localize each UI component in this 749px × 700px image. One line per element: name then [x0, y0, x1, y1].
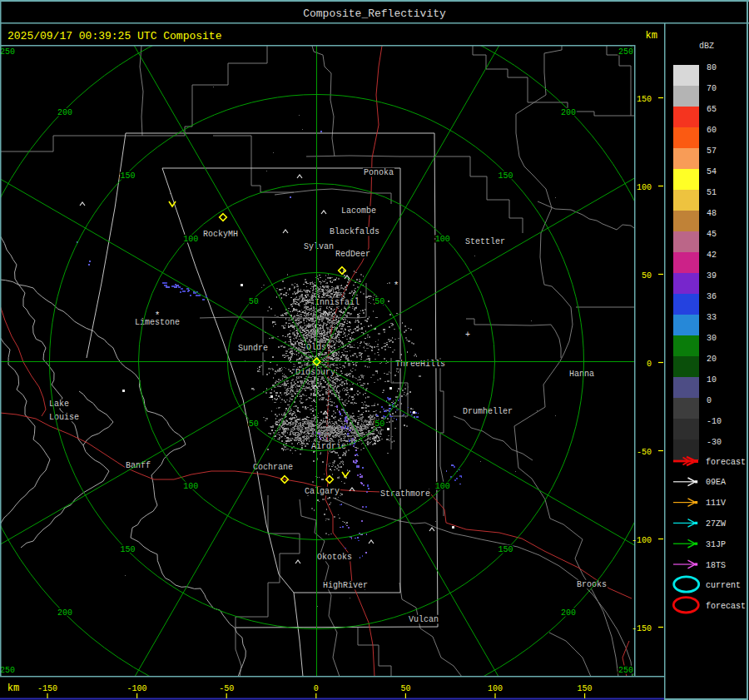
svg-text:57: 57	[707, 146, 717, 156]
svg-text:60: 60	[707, 126, 717, 135]
svg-text:250: 250	[0, 666, 15, 675]
svg-text:-150: -150	[632, 624, 652, 633]
svg-text:80: 80	[707, 63, 717, 72]
svg-text:100: 100	[435, 482, 450, 491]
svg-text:Composite_Reflectivity: Composite_Reflectivity	[303, 7, 446, 20]
svg-text:Louise: Louise	[49, 413, 79, 422]
svg-text:Strathmore: Strathmore	[380, 489, 430, 499]
svg-text:150: 150	[498, 171, 513, 181]
svg-text:HighRiver: HighRiver	[323, 581, 368, 590]
svg-text:150: 150	[120, 171, 135, 181]
svg-text:200: 200	[57, 108, 72, 117]
svg-text:Banff: Banff	[126, 461, 151, 470]
svg-text:10: 10	[707, 375, 717, 385]
svg-text:-100: -100	[127, 684, 147, 693]
svg-text:Calgary: Calgary	[305, 487, 340, 496]
svg-text:current: current	[706, 581, 741, 590]
svg-text:km: km	[7, 683, 19, 694]
svg-text:RockyMH: RockyMH	[203, 230, 238, 239]
svg-text:20: 20	[707, 355, 717, 364]
svg-text:50: 50	[374, 297, 384, 306]
svg-text:Okotoks: Okotoks	[317, 553, 352, 562]
svg-text:RedDeer: RedDeer	[335, 250, 370, 259]
svg-text:*: *	[394, 280, 399, 290]
svg-text:150: 150	[120, 545, 135, 554]
svg-text:100: 100	[183, 482, 198, 491]
svg-text:2025/09/17 00:39:25 UTC Compos: 2025/09/17 00:39:25 UTC Composite	[7, 30, 221, 42]
svg-text:100: 100	[488, 684, 503, 693]
svg-text:-50: -50	[637, 448, 652, 457]
svg-text:-150: -150	[37, 684, 57, 693]
svg-text:111V: 111V	[706, 499, 726, 508]
svg-text:51: 51	[707, 188, 717, 197]
svg-text:Sylvan: Sylvan	[304, 242, 334, 251]
svg-text:-30: -30	[707, 438, 722, 447]
svg-text:Blackfalds: Blackfalds	[330, 227, 379, 236]
svg-text:100: 100	[637, 183, 652, 192]
svg-text:50: 50	[400, 684, 410, 693]
svg-text:150: 150	[637, 95, 652, 104]
svg-text:36: 36	[707, 292, 717, 301]
svg-text:Cochrane: Cochrane	[253, 463, 293, 472]
svg-text:150: 150	[498, 545, 513, 554]
svg-text:150: 150	[578, 684, 593, 693]
svg-text:50: 50	[249, 297, 259, 306]
svg-text:50: 50	[642, 271, 652, 280]
svg-text:54: 54	[707, 167, 717, 176]
svg-text:200: 200	[57, 608, 72, 618]
svg-text:100: 100	[435, 235, 450, 244]
svg-text:45: 45	[707, 230, 717, 239]
svg-text:-100: -100	[632, 536, 652, 545]
svg-text:65: 65	[707, 105, 717, 114]
svg-text:39: 39	[707, 271, 717, 280]
svg-text:33: 33	[707, 313, 717, 322]
svg-text:42: 42	[707, 251, 717, 260]
svg-text:50: 50	[249, 420, 259, 429]
svg-text:ThreeHills: ThreeHills	[395, 360, 445, 369]
svg-text:48: 48	[707, 209, 717, 218]
svg-text:+: +	[465, 330, 470, 340]
svg-text:250: 250	[618, 666, 633, 675]
svg-text:0: 0	[314, 684, 319, 693]
svg-text:Lacombe: Lacombe	[341, 206, 376, 216]
svg-text:Vulcan: Vulcan	[409, 615, 439, 624]
svg-text:Stettler: Stettler	[465, 237, 505, 246]
svg-text:0: 0	[647, 360, 652, 369]
svg-text:100: 100	[183, 235, 198, 244]
svg-text:Sundre: Sundre	[238, 344, 268, 353]
svg-text:forecast: forecast	[706, 458, 746, 467]
svg-text:31JP: 31JP	[706, 540, 726, 549]
svg-text:27ZW: 27ZW	[706, 519, 726, 529]
svg-text:18TS: 18TS	[706, 561, 726, 570]
svg-text:30: 30	[707, 334, 717, 343]
svg-text:70: 70	[707, 84, 717, 93]
svg-text:-50: -50	[219, 684, 234, 693]
svg-text:-10: -10	[707, 417, 722, 426]
svg-text:*: *	[155, 310, 161, 320]
svg-text:dBZ: dBZ	[699, 42, 714, 51]
svg-text:forecast: forecast	[706, 602, 746, 611]
svg-text:0: 0	[707, 396, 712, 405]
svg-text:09EA: 09EA	[706, 478, 726, 487]
svg-text:50: 50	[374, 420, 384, 429]
svg-text:200: 200	[561, 108, 576, 117]
svg-text:200: 200	[561, 608, 576, 618]
svg-text:Ponoka: Ponoka	[364, 168, 394, 177]
svg-text:Hanna: Hanna	[569, 370, 594, 379]
svg-text:km: km	[646, 30, 657, 42]
svg-text:250: 250	[618, 47, 633, 57]
svg-text:250: 250	[0, 47, 15, 57]
